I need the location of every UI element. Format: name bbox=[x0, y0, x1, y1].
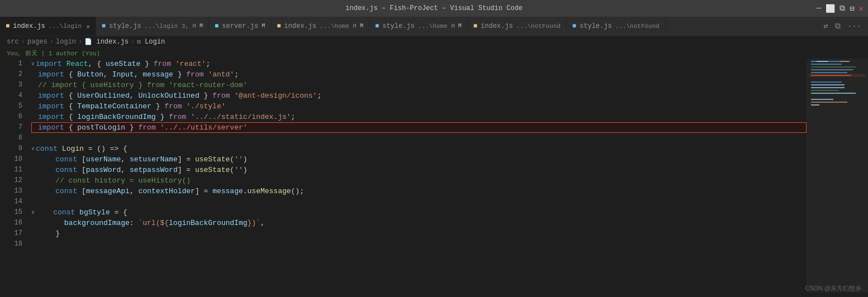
line-number: 2 bbox=[9, 69, 22, 80]
tab-tab5[interactable]: ■style.js ...\home M M bbox=[369, 17, 468, 36]
tab-label: style.js bbox=[109, 22, 141, 30]
code-line: const [userName, setuserName] = useState… bbox=[31, 154, 807, 165]
more-actions-icon[interactable]: ··· bbox=[845, 21, 864, 32]
tab-label: index.js bbox=[13, 22, 45, 30]
fold-arrow[interactable]: ∨ bbox=[31, 207, 35, 218]
tab-tab6[interactable]: ■index.js ...\notFound bbox=[468, 17, 567, 36]
tab-label: index.js bbox=[284, 22, 316, 30]
code-content: const bgStyle = { bbox=[36, 207, 127, 218]
code-content: import { TempalteContainer } from './sty… bbox=[38, 101, 226, 112]
svg-rect-13 bbox=[811, 90, 839, 91]
editor-area: 123456789101112131415161718 ∨import Reac… bbox=[0, 59, 868, 293]
tab-close-button[interactable]: ✕ bbox=[86, 23, 90, 30]
maximize-icon[interactable]: ⧉ bbox=[839, 4, 845, 13]
tab-file-icon: ■ bbox=[473, 22, 477, 30]
line-number: 6 bbox=[9, 112, 22, 122]
code-content: // import { useHistory } from 'react-rou… bbox=[38, 80, 247, 90]
line-number: 12 bbox=[9, 175, 22, 186]
line-number: 10 bbox=[9, 154, 22, 165]
code-content: // const history = useHistory() bbox=[38, 175, 191, 186]
breadcrumb-login[interactable]: login bbox=[56, 38, 76, 46]
code-content bbox=[38, 197, 42, 207]
code-line: ∨ const bgStyle = { bbox=[31, 207, 807, 218]
line-number: 7 bbox=[9, 122, 22, 133]
tab-file-icon: ■ bbox=[6, 22, 10, 30]
code-line: } bbox=[31, 228, 807, 239]
tab-tab2[interactable]: ■style.js ...\login 3, M M bbox=[96, 17, 209, 36]
code-line: import { UserOutlined, UnlockOutlined } … bbox=[31, 90, 807, 101]
code-line bbox=[31, 239, 807, 250]
code-line: import { postToLogin } from '../../utils… bbox=[31, 122, 807, 133]
code-content: const [passWord, setpassWord] = useState… bbox=[38, 165, 248, 175]
tab-modified-indicator: M bbox=[200, 23, 203, 29]
tab-modified-indicator: M bbox=[458, 23, 462, 29]
breadcrumb-pages[interactable]: pages bbox=[27, 38, 48, 46]
svg-rect-6 bbox=[811, 72, 847, 73]
svg-rect-15 bbox=[811, 99, 833, 100]
restore-icon[interactable]: ⬜ bbox=[826, 4, 835, 13]
code-content: import { UserOutlined, UnlockOutlined } … bbox=[38, 90, 321, 101]
code-line: import { TempalteContainer } from './sty… bbox=[31, 101, 807, 112]
code-line: backgroundImage: `url(${loginBackGroundI… bbox=[31, 218, 807, 228]
tab-file-icon: ■ bbox=[375, 22, 379, 30]
code-line bbox=[31, 197, 807, 207]
code-content: import { Button, Input, message } from '… bbox=[38, 69, 239, 80]
code-line: // import { useHistory } from 'react-rou… bbox=[31, 80, 807, 90]
code-content: const [userName, setuserName] = useState… bbox=[38, 154, 248, 165]
code-area[interactable]: ∨import React, { useState } from 'react'… bbox=[27, 59, 807, 293]
code-content: import { loginBackGroundImg } from '../.… bbox=[38, 112, 295, 122]
tab-tab4[interactable]: ■index.js ...\home M M bbox=[271, 17, 369, 36]
breadcrumb-file[interactable]: 📄 index.js bbox=[84, 38, 129, 46]
svg-rect-17 bbox=[811, 104, 819, 106]
tab-path: ...\notFound bbox=[516, 23, 561, 30]
minimize-icon[interactable]: ─ bbox=[817, 4, 821, 13]
line-number: 4 bbox=[9, 90, 22, 101]
tab-modified-indicator: M bbox=[262, 23, 265, 29]
blame-text: You, 前天 | 1 author (You) bbox=[7, 50, 100, 57]
line-numbers: 123456789101112131415161718 bbox=[0, 59, 27, 293]
layout-icon[interactable]: ⧉ bbox=[833, 21, 843, 32]
fold-arrow[interactable]: ∨ bbox=[31, 143, 35, 154]
tab-tab3[interactable]: ■server.js M bbox=[209, 17, 271, 36]
code-line: // const history = useHistory() bbox=[31, 175, 807, 186]
line-number: 3 bbox=[9, 80, 22, 90]
code-line: const [messageApi, contextHolder] = mess… bbox=[31, 186, 807, 197]
breadcrumb-symbol[interactable]: ⊡ Login bbox=[137, 38, 165, 46]
split-editor-icon[interactable]: ⇄ bbox=[821, 20, 830, 32]
tab-tab1[interactable]: ■index.js ...\login✕ bbox=[0, 17, 96, 36]
svg-rect-10 bbox=[811, 82, 842, 83]
splitview-icon[interactable]: ⊟ bbox=[850, 4, 854, 13]
window-title: index.js – Fish-ProJect – Visual Studio … bbox=[345, 4, 523, 12]
line-number: 18 bbox=[9, 239, 22, 250]
tabs-container: ■index.js ...\login✕■style.js ...\login … bbox=[0, 17, 666, 36]
tab-bar-right: ⇄ ⧉ ··· bbox=[821, 17, 868, 36]
line-number: 14 bbox=[9, 197, 22, 207]
tab-bar: ■index.js ...\login✕■style.js ...\login … bbox=[0, 17, 868, 36]
code-content: const Login = () => { bbox=[36, 143, 127, 154]
minimap bbox=[807, 59, 868, 293]
line-number: 9 bbox=[9, 143, 22, 154]
breadcrumb-src[interactable]: src bbox=[7, 38, 19, 46]
tab-file-icon: ■ bbox=[215, 22, 219, 30]
code-content: import React, { useState } from 'react'; bbox=[36, 59, 210, 69]
close-icon[interactable]: ✕ bbox=[859, 4, 864, 13]
fold-arrow[interactable]: ∨ bbox=[31, 59, 35, 69]
svg-rect-1 bbox=[817, 61, 828, 62]
tab-path: ...\home M bbox=[418, 23, 455, 30]
code-content bbox=[38, 239, 42, 250]
line-number: 17 bbox=[9, 228, 22, 239]
tab-label: style.js bbox=[382, 22, 415, 30]
tab-label: index.js bbox=[481, 22, 513, 30]
svg-rect-5 bbox=[811, 69, 853, 70]
code-line: ∨const Login = () => { bbox=[31, 143, 807, 154]
code-line bbox=[31, 133, 807, 143]
line-number: 15 bbox=[9, 207, 22, 218]
code-content: } bbox=[38, 228, 60, 239]
line-number: 8 bbox=[9, 133, 22, 143]
line-number: 13 bbox=[9, 186, 22, 197]
sep3: › bbox=[78, 38, 82, 46]
tab-tab7[interactable]: ■style.js ...\notFound bbox=[567, 17, 666, 36]
breadcrumb: src › pages › login › 📄 index.js › ⊡ Log… bbox=[0, 36, 868, 48]
window-controls: ─ ⬜ ⧉ ⊟ ✕ bbox=[817, 4, 864, 13]
svg-rect-16 bbox=[811, 102, 847, 103]
